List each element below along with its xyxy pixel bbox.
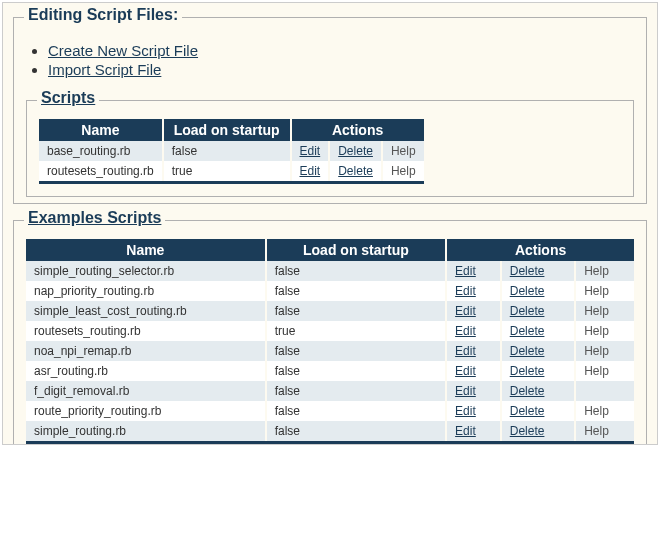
edit-link[interactable]: Edit bbox=[455, 384, 476, 398]
examples-heading: Examples Scripts bbox=[24, 209, 165, 227]
load-on-startup-cell: false bbox=[266, 401, 446, 421]
help-link[interactable]: Help bbox=[584, 304, 609, 318]
edit-cell: Edit bbox=[446, 361, 501, 381]
edit-link[interactable]: Edit bbox=[455, 364, 476, 378]
help-link[interactable]: Help bbox=[584, 284, 609, 298]
delete-link[interactable]: Delete bbox=[510, 384, 545, 398]
load-on-startup-cell: true bbox=[163, 161, 291, 183]
create-new-script-link[interactable]: Create New Script File bbox=[48, 42, 198, 59]
help-cell: Help bbox=[575, 281, 634, 301]
help-cell: Help bbox=[575, 341, 634, 361]
edit-cell: Edit bbox=[446, 281, 501, 301]
delete-link[interactable]: Delete bbox=[510, 264, 545, 278]
top-link-list: Create New Script File Import Script Fil… bbox=[48, 42, 634, 78]
load-on-startup-cell: false bbox=[266, 301, 446, 321]
edit-link[interactable]: Edit bbox=[455, 404, 476, 418]
scripts-heading-link[interactable]: Scripts bbox=[41, 89, 95, 106]
examples-table: Name Load on startup Actions simple_rout… bbox=[26, 239, 634, 444]
help-cell: Help bbox=[575, 321, 634, 341]
list-item: Import Script File bbox=[48, 61, 634, 78]
col-actions: Actions bbox=[446, 239, 634, 261]
col-load: Load on startup bbox=[163, 119, 291, 141]
help-link[interactable]: Help bbox=[584, 404, 609, 418]
edit-cell: Edit bbox=[446, 301, 501, 321]
edit-cell: Edit bbox=[291, 141, 330, 161]
table-row: simple_routing_selector.rbfalseEditDelet… bbox=[26, 261, 634, 281]
delete-cell: Delete bbox=[501, 261, 575, 281]
help-cell: Help bbox=[382, 161, 424, 183]
load-on-startup-cell: false bbox=[266, 261, 446, 281]
script-name-cell: simple_routing_selector.rb bbox=[26, 261, 266, 281]
edit-link[interactable]: Edit bbox=[455, 264, 476, 278]
delete-link[interactable]: Delete bbox=[510, 344, 545, 358]
main-frame: Editing Script Files: Create New Script … bbox=[2, 2, 658, 445]
help-cell: Help bbox=[575, 361, 634, 381]
table-row: routesets_routing.rbtrueEditDeleteHelp bbox=[39, 161, 424, 183]
delete-cell: Delete bbox=[501, 421, 575, 443]
scripts-table: Name Load on startup Actions base_routin… bbox=[39, 119, 424, 184]
load-on-startup-cell: false bbox=[266, 381, 446, 401]
script-name-cell: nap_priority_routing.rb bbox=[26, 281, 266, 301]
delete-link[interactable]: Delete bbox=[510, 304, 545, 318]
help-link[interactable]: Help bbox=[584, 344, 609, 358]
editing-script-files-section: Editing Script Files: Create New Script … bbox=[13, 17, 647, 204]
table-row: simple_routing.rbfalseEditDeleteHelp bbox=[26, 421, 634, 443]
edit-link[interactable]: Edit bbox=[300, 144, 321, 158]
delete-cell: Delete bbox=[501, 341, 575, 361]
help-link[interactable]: Help bbox=[584, 364, 609, 378]
delete-link[interactable]: Delete bbox=[510, 364, 545, 378]
delete-link[interactable]: Delete bbox=[338, 144, 373, 158]
list-item: Create New Script File bbox=[48, 42, 634, 59]
help-link[interactable]: Help bbox=[584, 424, 609, 438]
examples-heading-link[interactable]: Examples Scripts bbox=[28, 209, 161, 226]
delete-cell: Delete bbox=[501, 301, 575, 321]
delete-cell: Delete bbox=[501, 361, 575, 381]
table-row: nap_priority_routing.rbfalseEditDeleteHe… bbox=[26, 281, 634, 301]
delete-link[interactable]: Delete bbox=[510, 284, 545, 298]
edit-link[interactable]: Edit bbox=[455, 284, 476, 298]
delete-link[interactable]: Delete bbox=[338, 164, 373, 178]
delete-link[interactable]: Delete bbox=[510, 404, 545, 418]
help-link[interactable]: Help bbox=[584, 324, 609, 338]
delete-cell: Delete bbox=[501, 401, 575, 421]
edit-cell: Edit bbox=[291, 161, 330, 183]
edit-link[interactable]: Edit bbox=[300, 164, 321, 178]
edit-cell: Edit bbox=[446, 261, 501, 281]
help-cell: Help bbox=[575, 421, 634, 443]
table-row: routesets_routing.rbtrueEditDeleteHelp bbox=[26, 321, 634, 341]
help-link[interactable]: Help bbox=[391, 144, 416, 158]
edit-cell: Edit bbox=[446, 381, 501, 401]
examples-section: Examples Scripts Name Load on startup Ac… bbox=[13, 220, 647, 444]
help-cell bbox=[575, 381, 634, 401]
edit-link[interactable]: Edit bbox=[455, 324, 476, 338]
edit-link[interactable]: Edit bbox=[455, 344, 476, 358]
table-row: simple_least_cost_routing.rbfalseEditDel… bbox=[26, 301, 634, 321]
delete-link[interactable]: Delete bbox=[510, 324, 545, 338]
table-row: asr_routing.rbfalseEditDeleteHelp bbox=[26, 361, 634, 381]
editing-heading: Editing Script Files: bbox=[24, 6, 182, 24]
help-cell: Help bbox=[575, 301, 634, 321]
load-on-startup-cell: true bbox=[266, 321, 446, 341]
edit-cell: Edit bbox=[446, 421, 501, 443]
table-row: f_digit_removal.rbfalseEditDelete bbox=[26, 381, 634, 401]
edit-link[interactable]: Edit bbox=[455, 304, 476, 318]
scripts-section: Scripts Name Load on startup Actions bas… bbox=[26, 100, 634, 197]
import-script-link[interactable]: Import Script File bbox=[48, 61, 161, 78]
load-on-startup-cell: false bbox=[266, 281, 446, 301]
delete-link[interactable]: Delete bbox=[510, 424, 545, 438]
delete-cell: Delete bbox=[501, 381, 575, 401]
edit-link[interactable]: Edit bbox=[455, 424, 476, 438]
script-name-cell: routesets_routing.rb bbox=[26, 321, 266, 341]
table-row: route_priority_routing.rbfalseEditDelete… bbox=[26, 401, 634, 421]
delete-cell: Delete bbox=[501, 281, 575, 301]
script-name-cell: routesets_routing.rb bbox=[39, 161, 163, 183]
script-name-cell: simple_routing.rb bbox=[26, 421, 266, 443]
edit-cell: Edit bbox=[446, 401, 501, 421]
delete-cell: Delete bbox=[329, 141, 382, 161]
load-on-startup-cell: false bbox=[266, 341, 446, 361]
help-cell: Help bbox=[575, 401, 634, 421]
help-cell: Help bbox=[575, 261, 634, 281]
help-link[interactable]: Help bbox=[584, 264, 609, 278]
help-link[interactable]: Help bbox=[391, 164, 416, 178]
delete-cell: Delete bbox=[329, 161, 382, 183]
